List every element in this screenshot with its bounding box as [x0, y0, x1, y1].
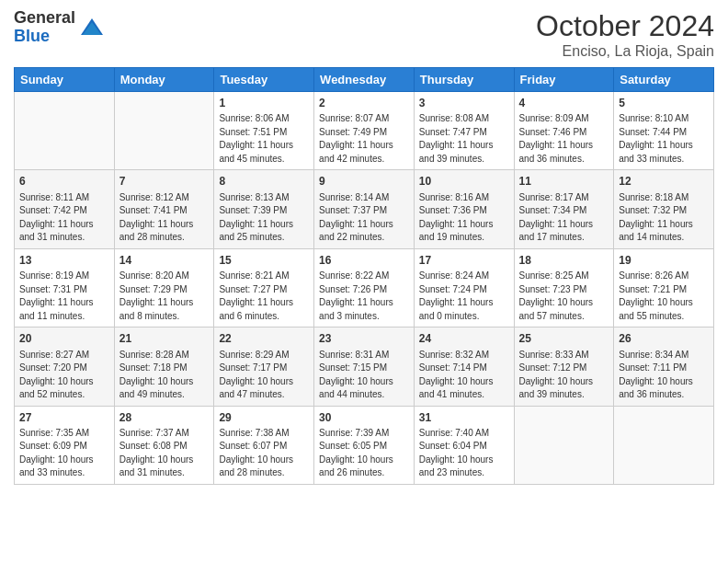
calendar-cell: 5Sunrise: 8:10 AMSunset: 7:44 PMDaylight… — [614, 92, 714, 170]
weekday-header-tuesday: Tuesday — [214, 68, 314, 92]
calendar-week-row: 20Sunrise: 8:27 AMSunset: 7:20 PMDayligh… — [15, 327, 714, 406]
day-number: 28 — [119, 410, 210, 426]
calendar-cell: 31Sunrise: 7:40 AMSunset: 6:04 PMDayligh… — [414, 406, 514, 484]
day-number: 20 — [19, 331, 109, 347]
day-info: Sunrise: 8:21 AMSunset: 7:27 PMDaylight:… — [219, 270, 309, 323]
calendar-cell: 30Sunrise: 7:39 AMSunset: 6:05 PMDayligh… — [314, 406, 415, 484]
calendar-week-row: 27Sunrise: 7:35 AMSunset: 6:09 PMDayligh… — [15, 406, 714, 484]
weekday-header-saturday: Saturday — [614, 68, 714, 92]
day-info: Sunrise: 8:06 AMSunset: 7:51 PMDaylight:… — [219, 112, 309, 166]
weekday-header-sunday: Sunday — [15, 68, 115, 92]
page: General Blue October 2024 Enciso, La Rio… — [0, 0, 728, 563]
calendar-cell: 13Sunrise: 8:19 AMSunset: 7:31 PMDayligh… — [15, 248, 115, 327]
logo-general-text: General — [14, 9, 75, 28]
calendar-cell: 8Sunrise: 8:13 AMSunset: 7:39 PMDaylight… — [214, 170, 314, 248]
calendar-cell — [614, 406, 714, 484]
day-info: Sunrise: 8:17 AMSunset: 7:34 PMDaylight:… — [519, 191, 609, 245]
day-number: 8 — [219, 174, 309, 190]
day-info: Sunrise: 8:29 AMSunset: 7:17 PMDaylight:… — [219, 349, 309, 402]
day-number: 11 — [519, 174, 609, 190]
calendar-cell: 20Sunrise: 8:27 AMSunset: 7:20 PMDayligh… — [15, 327, 115, 406]
calendar-cell: 25Sunrise: 8:33 AMSunset: 7:12 PMDayligh… — [514, 327, 614, 406]
day-number: 6 — [19, 174, 109, 190]
day-number: 16 — [319, 253, 409, 269]
day-number: 14 — [119, 253, 210, 269]
calendar-cell: 27Sunrise: 7:35 AMSunset: 6:09 PMDayligh… — [15, 406, 115, 484]
day-number: 12 — [619, 174, 709, 190]
calendar-cell: 2Sunrise: 8:07 AMSunset: 7:49 PMDaylight… — [314, 92, 415, 170]
logo-blue-text: Blue — [14, 28, 75, 46]
weekday-header-wednesday: Wednesday — [314, 68, 415, 92]
day-info: Sunrise: 8:20 AMSunset: 7:29 PMDaylight:… — [119, 270, 210, 323]
day-number: 23 — [319, 331, 409, 347]
calendar-week-row: 13Sunrise: 8:19 AMSunset: 7:31 PMDayligh… — [15, 248, 714, 327]
day-info: Sunrise: 8:25 AMSunset: 7:23 PMDaylight:… — [519, 270, 609, 323]
logo-icon — [79, 15, 105, 40]
day-number: 13 — [19, 253, 109, 269]
calendar-cell: 18Sunrise: 8:25 AMSunset: 7:23 PMDayligh… — [514, 248, 614, 327]
day-info: Sunrise: 8:14 AMSunset: 7:37 PMDaylight:… — [319, 191, 409, 245]
day-number: 24 — [419, 331, 509, 347]
day-info: Sunrise: 8:31 AMSunset: 7:15 PMDaylight:… — [319, 349, 409, 402]
day-number: 5 — [619, 96, 709, 111]
day-info: Sunrise: 8:11 AMSunset: 7:42 PMDaylight:… — [19, 191, 109, 245]
day-number: 10 — [419, 174, 509, 190]
day-info: Sunrise: 7:40 AMSunset: 6:04 PMDaylight:… — [419, 427, 509, 480]
day-info: Sunrise: 7:37 AMSunset: 6:08 PMDaylight:… — [119, 427, 210, 480]
day-number: 25 — [519, 331, 609, 347]
header: General Blue October 2024 Enciso, La Rio… — [14, 9, 714, 60]
calendar-cell: 14Sunrise: 8:20 AMSunset: 7:29 PMDayligh… — [114, 248, 214, 327]
day-number: 26 — [619, 331, 709, 347]
calendar-cell: 4Sunrise: 8:09 AMSunset: 7:46 PMDaylight… — [514, 92, 614, 170]
day-number: 2 — [319, 96, 409, 111]
calendar-cell — [15, 92, 115, 170]
day-info: Sunrise: 7:38 AMSunset: 6:07 PMDaylight:… — [219, 427, 309, 480]
calendar-cell: 6Sunrise: 8:11 AMSunset: 7:42 PMDaylight… — [15, 170, 115, 248]
weekday-header-thursday: Thursday — [414, 68, 514, 92]
day-number: 27 — [19, 410, 109, 426]
day-number: 9 — [319, 174, 409, 190]
day-info: Sunrise: 8:16 AMSunset: 7:36 PMDaylight:… — [419, 191, 509, 245]
day-info: Sunrise: 8:24 AMSunset: 7:24 PMDaylight:… — [419, 270, 509, 323]
day-info: Sunrise: 8:13 AMSunset: 7:39 PMDaylight:… — [219, 191, 309, 245]
day-info: Sunrise: 8:07 AMSunset: 7:49 PMDaylight:… — [319, 112, 409, 166]
calendar-week-row: 1Sunrise: 8:06 AMSunset: 7:51 PMDaylight… — [15, 92, 714, 170]
day-info: Sunrise: 8:22 AMSunset: 7:26 PMDaylight:… — [319, 270, 409, 323]
day-info: Sunrise: 8:34 AMSunset: 7:11 PMDaylight:… — [619, 349, 709, 402]
calendar-cell — [114, 92, 214, 170]
day-info: Sunrise: 8:27 AMSunset: 7:20 PMDaylight:… — [19, 349, 109, 402]
calendar-cell: 22Sunrise: 8:29 AMSunset: 7:17 PMDayligh… — [214, 327, 314, 406]
day-number: 7 — [119, 174, 210, 190]
day-info: Sunrise: 8:19 AMSunset: 7:31 PMDaylight:… — [19, 270, 109, 323]
calendar-cell: 10Sunrise: 8:16 AMSunset: 7:36 PMDayligh… — [414, 170, 514, 248]
calendar-cell: 24Sunrise: 8:32 AMSunset: 7:14 PMDayligh… — [414, 327, 514, 406]
day-number: 22 — [219, 331, 309, 347]
weekday-header-monday: Monday — [114, 68, 214, 92]
weekday-header-row: SundayMondayTuesdayWednesdayThursdayFrid… — [15, 68, 714, 92]
day-number: 31 — [419, 410, 509, 426]
calendar-cell: 1Sunrise: 8:06 AMSunset: 7:51 PMDaylight… — [214, 92, 314, 170]
day-info: Sunrise: 8:09 AMSunset: 7:46 PMDaylight:… — [519, 112, 609, 166]
calendar-cell: 28Sunrise: 7:37 AMSunset: 6:08 PMDayligh… — [114, 406, 214, 484]
day-info: Sunrise: 7:39 AMSunset: 6:05 PMDaylight:… — [319, 427, 409, 480]
day-info: Sunrise: 8:33 AMSunset: 7:12 PMDaylight:… — [519, 349, 609, 402]
calendar-cell: 29Sunrise: 7:38 AMSunset: 6:07 PMDayligh… — [214, 406, 314, 484]
calendar-cell: 16Sunrise: 8:22 AMSunset: 7:26 PMDayligh… — [314, 248, 415, 327]
calendar-cell: 7Sunrise: 8:12 AMSunset: 7:41 PMDaylight… — [114, 170, 214, 248]
title-section: October 2024 Enciso, La Rioja, Spain — [536, 9, 714, 60]
calendar-cell: 3Sunrise: 8:08 AMSunset: 7:47 PMDaylight… — [414, 92, 514, 170]
calendar-cell: 19Sunrise: 8:26 AMSunset: 7:21 PMDayligh… — [614, 248, 714, 327]
day-info: Sunrise: 8:12 AMSunset: 7:41 PMDaylight:… — [119, 191, 210, 245]
weekday-header-friday: Friday — [514, 68, 614, 92]
day-info: Sunrise: 7:35 AMSunset: 6:09 PMDaylight:… — [19, 427, 109, 480]
day-number: 21 — [119, 331, 210, 347]
calendar-cell: 9Sunrise: 8:14 AMSunset: 7:37 PMDaylight… — [314, 170, 415, 248]
day-number: 29 — [219, 410, 309, 426]
day-info: Sunrise: 8:08 AMSunset: 7:47 PMDaylight:… — [419, 112, 509, 166]
day-number: 19 — [619, 253, 709, 269]
day-info: Sunrise: 8:28 AMSunset: 7:18 PMDaylight:… — [119, 349, 210, 402]
location-title: Enciso, La Rioja, Spain — [536, 43, 714, 60]
day-number: 3 — [419, 96, 509, 111]
calendar-cell: 26Sunrise: 8:34 AMSunset: 7:11 PMDayligh… — [614, 327, 714, 406]
day-info: Sunrise: 8:32 AMSunset: 7:14 PMDaylight:… — [419, 349, 509, 402]
